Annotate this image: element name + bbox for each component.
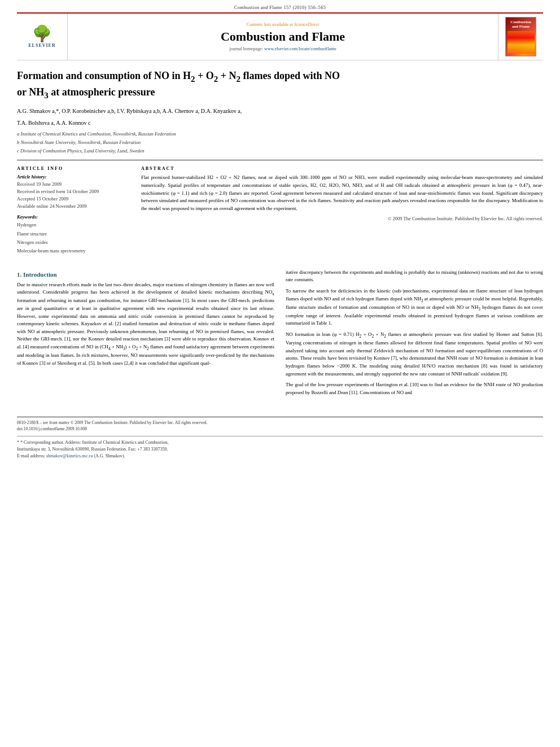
affil-a-text: a Institute of Chemical Kinetics and Com… [17,131,176,137]
footnote-author-name: (A.G. Shmakov). [94,453,125,458]
cover-title: Combustion and Flame [508,20,534,29]
author-list-2: T.A. Bolshova a, A.A. Konnov c [17,120,90,126]
intro-para1: Due to massive research efforts made in … [17,281,274,368]
footnote-body: * Corresponding author. Address: Institu… [20,440,168,445]
keyword-1: Hydrogen [17,221,130,229]
journal-cover-image: Combustion and Flame [505,17,536,56]
homepage-label: journal homepage: [229,46,263,51]
contents-label: Contents lists available at [247,22,293,27]
accepted-date: Accepted 15 October 2009 [17,195,130,203]
title-text-2: or NH3 at atmospheric pressure [17,86,155,98]
info-abstract-columns: ARTICLE INFO Article history: Received 1… [17,166,543,260]
elsevier-logo-box: 🌳 ELSEVIER [17,14,68,60]
footnote-addr-line: Institutskaya str. 3, Novosibirsk 630090… [17,446,543,453]
elsevier-logo: 🌳 ELSEVIER [28,26,55,48]
footnote-section: * * Corresponding author. Address: Insti… [17,436,543,460]
journal-center: Contents lists available at ScienceDirec… [68,14,498,60]
elsevier-tree-icon: 🌳 [32,26,52,42]
journal-homepage: journal homepage: www.elsevier.com/locat… [229,46,336,51]
affiliation-c: c Division of Combustion Physics, Lund U… [17,147,543,155]
authors-line-1: A.G. Shmakov a,*, O.P. Korobeinichev a,b… [17,107,543,115]
cover-flame-image [508,31,535,54]
elsevier-text: ELSEVIER [28,43,55,48]
intro-para5: The goal of the low pressure experiments… [286,381,543,396]
abstract-column: ABSTRACT Flat premixed burner-stabilized… [141,166,543,260]
sciencedirect-link[interactable]: Contents lists available at ScienceDirec… [247,22,320,27]
article-info-column: ARTICLE INFO Article history: Received 1… [17,166,130,260]
homepage-url[interactable]: www.elsevier.com/locate/combustflame [264,46,336,51]
keyword-2: Flame structure [17,230,130,238]
keyword-4: Molecular-beam mass spectrometry [17,247,130,255]
sciencedirect-name: ScienceDirect [294,22,320,27]
article-content: Formation and consumption of NO in H2 + … [0,60,560,408]
affiliation-a: a Institute of Chemical Kinetics and Com… [17,130,543,138]
received-date: Received 19 June 2009 [17,181,130,188]
history-label: Article history: [17,174,130,180]
affiliation-b: b Novosibirsk State University, Novosibi… [17,139,543,146]
keyword-3: Nitrogen oxides [17,238,130,247]
history-group: Article history: Received 19 June 2009 R… [17,174,130,209]
abstract-text: Flat premixed burner-stabilized H2 + O2 … [141,174,543,212]
article-info-label: ARTICLE INFO [17,166,130,171]
article-info-section: ARTICLE INFO Article history: Received 1… [17,166,130,255]
journal-title: Combustion and Flame [221,29,345,44]
online-date: Available online 24 November 2009 [17,203,130,210]
intro-para2: itative discrepancy between the experime… [286,269,543,284]
footer-doi: doi:10.1016/j.combustflame.2009.10.008 [17,426,543,431]
footnote-email-line: E-mail address: shmakov@kinetics.nsc.ru … [17,453,543,460]
affil-c-text: c Division of Combustion Physics, Lund U… [17,148,144,154]
page-footer: 0010-2180/$ – see front matter © 2009 Th… [17,417,543,460]
journal-meta: Combustion and Flame 157 (2010) 556–565 [0,0,560,12]
footnote-email[interactable]: shmakov@kinetics.nsc.ru [46,453,93,458]
affil-b-text: b Novosibirsk State University, Novosibi… [17,139,141,145]
title-text-1: Formation and consumption of NO in H2 + … [17,70,340,81]
revised-date: Received in revised form 14 October 2009 [17,188,130,195]
footer-copyright: 0010-2180/$ – see front matter © 2009 Th… [17,420,543,425]
keywords-list: Hydrogen Flame structure Nitrogen oxides… [17,221,130,255]
intro-heading: 1. Introduction [17,271,274,278]
body-right-col: itative discrepancy between the experime… [286,269,543,400]
journal-header: 🌳 ELSEVIER Contents lists available at S… [17,12,543,60]
abstract-label: ABSTRACT [141,166,543,171]
body-columns: 1. Introduction Due to massive research … [17,269,543,400]
body-left-col: 1. Introduction Due to massive research … [17,269,274,400]
author-list-1: A.G. Shmakov a,*, O.P. Korobeinichev a,b… [17,108,242,114]
footnote-star-line: * * Corresponding author. Address: Insti… [17,439,543,446]
authors-line-2: T.A. Bolshova a, A.A. Konnov c [17,119,543,127]
journal-cover-box: Combustion and Flame [498,14,543,60]
intro-para3: To narrow the search for deficiencies in… [286,287,543,327]
footnote-email-label: E-mail address: [17,453,45,458]
journal-volume-info: Combustion and Flame 157 (2010) 556–565 [234,5,326,10]
divider [17,160,543,160]
keywords-label: Keywords: [17,214,130,220]
keywords-group: Keywords: Hydrogen Flame structure Nitro… [17,214,130,255]
article-title: Formation and consumption of NO in H2 + … [17,69,543,101]
page: Combustion and Flame 157 (2010) 556–565 … [0,0,560,747]
intro-para4: NO formation in lean (φ = 0.71) H2 + O2 … [286,331,543,378]
abstract-copyright: © 2009 The Combustion Institute. Publish… [141,216,543,221]
